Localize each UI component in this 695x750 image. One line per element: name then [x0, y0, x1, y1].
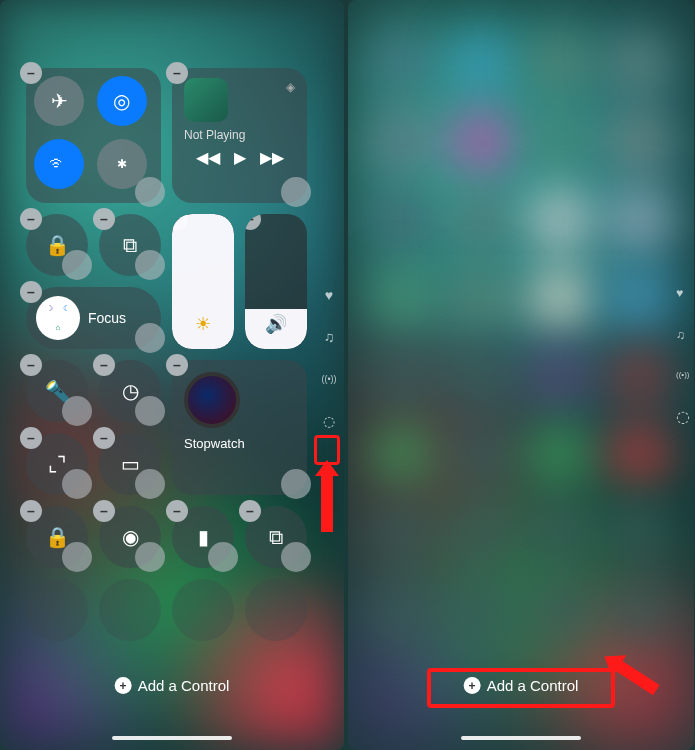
remove-badge[interactable]: – — [166, 62, 188, 84]
remove-badge[interactable]: – — [93, 208, 115, 230]
record-icon: ◉ — [122, 525, 139, 549]
add-control-label: Add a Control — [138, 677, 230, 694]
resize-handle[interactable] — [135, 542, 165, 572]
now-playing-status: Not Playing — [184, 128, 295, 142]
airplane-mode-toggle[interactable]: ✈ — [34, 76, 84, 126]
pager-music-icon[interactable]: ♫ — [676, 328, 690, 342]
airplane-icon: ✈ — [51, 89, 68, 113]
remove-badge[interactable]: – — [20, 281, 42, 303]
page-indicator: ♥ ♫ ((•)) ◌ — [320, 286, 338, 430]
resize-handle[interactable] — [135, 396, 165, 426]
pager-music-icon[interactable]: ♫ — [320, 328, 338, 346]
remote-icon: ▮ — [198, 525, 209, 549]
play-button[interactable]: ▶ — [234, 148, 246, 167]
pager-radio-icon[interactable]: ((•)) — [676, 370, 690, 379]
pager-heart-icon[interactable]: ♥ — [676, 286, 690, 300]
focus-icon-cluster: ☽ ☾ ⌂ — [36, 296, 80, 340]
empty-slot[interactable] — [245, 579, 307, 641]
stopwatch-module[interactable]: – Stopwatch — [172, 360, 307, 495]
empty-slot[interactable] — [26, 579, 88, 641]
stopwatch-face-icon — [184, 372, 240, 428]
pager-timer-icon[interactable]: ◌ — [320, 412, 338, 430]
brightness-icon: ☀ — [195, 313, 211, 335]
rotation-lock-control[interactable]: – 🔒 — [26, 214, 88, 276]
control-center-grid: – ✈ ◎ ᯤ ✱ – ◈ Not Playing ◀◀ ▶ ▶▶ – 🔒 — [26, 68, 318, 641]
screenshot-right: ♥ ♫ ((•)) ◌ + Add a Control — [348, 0, 694, 750]
airplay-icon[interactable]: ◈ — [286, 80, 295, 94]
focus-control[interactable]: – ☽ ☾ ⌂ Focus — [26, 287, 161, 349]
lock-control[interactable]: – 🔒 — [26, 506, 88, 568]
now-playing-module[interactable]: – ◈ Not Playing ◀◀ ▶ ▶▶ — [172, 68, 307, 203]
volume-slider[interactable]: – 🔊 — [245, 214, 307, 349]
next-button[interactable]: ▶▶ — [260, 148, 284, 167]
remove-badge[interactable]: – — [20, 354, 42, 376]
screenshot-left: – ✈ ◎ ᯤ ✱ – ◈ Not Playing ◀◀ ▶ ▶▶ – 🔒 — [0, 0, 344, 750]
screen-mirroring-control[interactable]: – ⧉ — [99, 214, 161, 276]
remove-badge[interactable]: – — [20, 62, 42, 84]
resize-handle[interactable] — [135, 250, 165, 280]
mirror-icon: ⧉ — [269, 526, 283, 549]
plus-icon: + — [115, 677, 132, 694]
flashlight-control[interactable]: – 🔦 — [26, 360, 88, 422]
add-control-button[interactable]: + Add a Control — [107, 673, 238, 698]
bluetooth-icon: ✱ — [117, 157, 127, 171]
brightness-slider[interactable]: – ☀ — [172, 214, 234, 349]
empty-slot[interactable] — [172, 579, 234, 641]
resize-handle[interactable] — [62, 396, 92, 426]
wifi-icon: ᯤ — [49, 152, 69, 175]
remove-badge[interactable]: – — [20, 427, 42, 449]
remove-badge[interactable]: – — [166, 500, 188, 522]
resize-handle[interactable] — [62, 542, 92, 572]
resize-handle[interactable] — [135, 177, 165, 207]
pager-radio-icon[interactable]: ((•)) — [320, 370, 338, 388]
album-art-placeholder — [184, 78, 228, 122]
blurred-controls — [368, 30, 674, 630]
timer-icon: ◷ — [122, 379, 139, 403]
remove-badge[interactable]: – — [93, 427, 115, 449]
apple-tv-remote-control[interactable]: – ▮ — [172, 506, 234, 568]
pager-timer-icon[interactable]: ◌ — [676, 407, 690, 426]
home-indicator[interactable] — [461, 736, 581, 740]
remove-badge[interactable]: – — [93, 500, 115, 522]
remove-badge[interactable]: – — [93, 354, 115, 376]
scanner-icon: ⌞⌝ — [48, 452, 66, 476]
screen-record-control[interactable]: – ◉ — [99, 506, 161, 568]
remove-badge[interactable]: – — [166, 354, 188, 376]
resize-handle[interactable] — [281, 177, 311, 207]
airdrop-toggle[interactable]: ◎ — [97, 76, 147, 126]
pager-heart-icon[interactable]: ♥ — [320, 286, 338, 304]
remove-badge[interactable]: – — [245, 214, 261, 230]
resize-handle[interactable] — [281, 469, 311, 499]
battery-icon: ▭ — [121, 452, 140, 476]
empty-slot[interactable] — [99, 579, 161, 641]
volume-icon: 🔊 — [265, 313, 287, 335]
remove-badge[interactable]: – — [20, 208, 42, 230]
annotation-highlight-add-control — [427, 668, 615, 708]
screen-mirroring-icon: ⧉ — [123, 234, 137, 257]
home-indicator[interactable] — [112, 736, 232, 740]
airdrop-icon: ◎ — [113, 89, 130, 113]
resize-handle[interactable] — [281, 542, 311, 572]
wifi-toggle[interactable]: ᯤ — [34, 139, 84, 189]
resize-handle[interactable] — [135, 469, 165, 499]
resize-handle[interactable] — [208, 542, 238, 572]
resize-handle[interactable] — [135, 323, 165, 353]
focus-label: Focus — [88, 310, 126, 326]
stopwatch-label: Stopwatch — [184, 436, 295, 451]
connectivity-module[interactable]: – ✈ ◎ ᯤ ✱ — [26, 68, 161, 203]
code-scanner-control[interactable]: – ⌞⌝ — [26, 433, 88, 495]
media-controls: ◀◀ ▶ ▶▶ — [184, 148, 295, 167]
timer-control[interactable]: – ◷ — [99, 360, 161, 422]
mirror-control[interactable]: – ⧉ — [245, 506, 307, 568]
resize-handle[interactable] — [62, 469, 92, 499]
previous-button[interactable]: ◀◀ — [196, 148, 220, 167]
remove-badge[interactable]: – — [239, 500, 261, 522]
low-power-control[interactable]: – ▭ — [99, 433, 161, 495]
remove-badge[interactable]: – — [20, 500, 42, 522]
resize-handle[interactable] — [62, 250, 92, 280]
annotation-arrow — [321, 472, 333, 532]
page-indicator: ♥ ♫ ((•)) ◌ — [676, 286, 690, 426]
